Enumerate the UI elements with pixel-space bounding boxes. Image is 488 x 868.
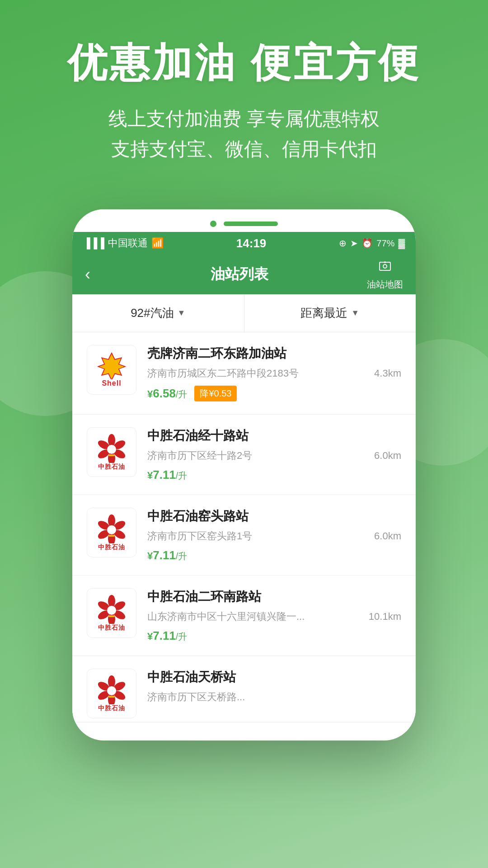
svg-rect-20	[108, 535, 115, 537]
station-address-row: 山东济南市中区十六里河镇兴隆一... 10.1km	[147, 610, 401, 623]
battery-icon: ▓	[398, 238, 405, 249]
map-button[interactable]: 油站地图	[367, 259, 403, 291]
station-logo-zhongsheng: 中胜石油	[87, 669, 136, 718]
svg-point-29	[108, 675, 115, 688]
station-name: 中胜石油二环南路站	[147, 588, 401, 605]
zhongsheng-brand-text: 中胜石油	[98, 624, 125, 632]
sort-filter[interactable]: 距离最近 ▼	[244, 294, 416, 332]
station-address-row: 济南市历下区经十路2号 6.0km	[147, 449, 401, 462]
hero-subtitle-line1: 线上支付加油费 享专属优惠特权	[27, 104, 461, 134]
carrier-name: 中国联通	[108, 236, 148, 250]
status-right: ⊕ ➤ ⏰ 77% ▓	[339, 238, 405, 249]
station-price-row: ¥7.11/升	[147, 468, 401, 482]
hero-subtitle: 线上支付加油费 享专属优惠特权 支持支付宝、微信、信用卡代扣	[27, 104, 461, 164]
battery-percent: 77%	[376, 238, 394, 249]
station-price-row: ¥7.11/升	[147, 548, 401, 562]
station-logo-zhongsheng: 中胜石油	[87, 508, 136, 557]
fuel-type-arrow: ▼	[178, 308, 186, 318]
back-button[interactable]: ‹	[85, 265, 112, 284]
fuel-type-label: 92#汽油	[131, 305, 174, 321]
hero-title: 优惠加油 便宜方便	[27, 36, 461, 90]
station-distance: 4.3km	[374, 368, 401, 379]
station-address: 济南市历下区天桥路...	[147, 690, 397, 704]
station-address: 山东济南市中区十六里河镇兴隆一...	[147, 610, 364, 623]
station-info: 中胜石油窑头路站 济南市历下区窑头路1号 6.0km ¥7.11/升	[147, 508, 401, 562]
nav-title: 油站列表	[211, 264, 268, 284]
svg-point-19	[107, 525, 116, 534]
station-item[interactable]: 中胜石油 中胜石油二环南路站 山东济南市中区十六里河镇兴隆一... 10.1km…	[72, 576, 416, 656]
discount-badge: 降¥0.53	[194, 386, 237, 401]
svg-point-35	[107, 686, 116, 695]
phone-speaker	[224, 222, 278, 226]
station-item[interactable]: 中胜石油 中胜石油天桥站 济南市历下区天桥路...	[72, 656, 416, 722]
hero-subtitle-line2: 支持支付宝、微信、信用卡代扣	[27, 134, 461, 164]
phone-mockup-wrapper: ▐▐▐ 中国联通 📶 14:19 ⊕ ➤ ⏰ 77% ▓ ‹ 油站列表	[0, 209, 488, 741]
station-info: 壳牌济南二环东路加油站 济南市历城区东二环路中段2183号 4.3km ¥6.5…	[147, 345, 401, 401]
station-info: 中胜石油天桥站 济南市历下区天桥路...	[147, 669, 401, 709]
svg-rect-28	[108, 615, 115, 617]
zhongsheng-brand-text: 中胜石油	[98, 463, 125, 471]
station-info: 中胜石油二环南路站 山东济南市中区十六里河镇兴隆一... 10.1km ¥7.1…	[147, 588, 401, 643]
shell-brand-text: Shell	[102, 379, 121, 387]
station-item[interactable]: 中胜石油 中胜石油窑头路站 济南市历下区窑头路1号 6.0km ¥7.11/升	[72, 495, 416, 576]
location-icon: ⊕	[339, 238, 347, 249]
svg-rect-36	[108, 696, 115, 698]
station-price-row: ¥7.11/升	[147, 629, 401, 643]
station-address-row: 济南市历下区天桥路...	[147, 690, 401, 704]
station-logo-shell: Shell	[87, 345, 136, 395]
station-price: ¥7.11/升	[147, 468, 187, 482]
station-price: ¥6.58/升	[147, 387, 187, 401]
svg-point-11	[107, 445, 116, 454]
signal-bars: ▐▐▐	[83, 237, 104, 249]
station-address-row: 济南市历城区东二环路中段2183号 4.3km	[147, 367, 401, 380]
status-time: 14:19	[236, 236, 267, 250]
station-logo-zhongsheng: 中胜石油	[87, 588, 136, 638]
station-name: 壳牌济南二环东路加油站	[147, 345, 401, 362]
nav-bar: ‹ 油站列表 油站地图	[72, 255, 416, 294]
phone-camera	[210, 221, 216, 227]
station-logo-zhongsheng: 中胜石油	[87, 427, 136, 477]
phone-mockup: ▐▐▐ 中国联通 📶 14:19 ⊕ ➤ ⏰ 77% ▓ ‹ 油站列表	[72, 209, 416, 741]
station-price: ¥7.11/升	[147, 629, 187, 643]
station-item[interactable]: 中胜石油 中胜石油经十路站 济南市历下区经十路2号 6.0km ¥7.11/升	[72, 415, 416, 495]
fuel-type-filter[interactable]: 92#汽油 ▼	[72, 294, 244, 332]
station-item[interactable]: Shell 壳牌济南二环东路加油站 济南市历城区东二环路中段2183号 4.3k…	[72, 332, 416, 415]
station-address: 济南市历城区东二环路中段2183号	[147, 367, 370, 380]
alarm-icon: ⏰	[361, 238, 373, 249]
sort-label: 距离最近	[300, 305, 347, 321]
station-name: 中胜石油经十路站	[147, 427, 401, 444]
station-price: ¥7.11/升	[147, 548, 187, 562]
phone-notch	[72, 209, 416, 232]
svg-point-27	[107, 606, 116, 615]
sort-arrow: ▼	[351, 308, 359, 318]
station-distance: 10.1km	[369, 611, 401, 623]
station-name: 中胜石油天桥站	[147, 669, 401, 686]
filter-bar: 92#汽油 ▼ 距离最近 ▼	[72, 294, 416, 332]
svg-point-21	[108, 595, 115, 608]
status-bar: ▐▐▐ 中国联通 📶 14:19 ⊕ ➤ ⏰ 77% ▓	[72, 232, 416, 255]
svg-point-5	[108, 434, 115, 447]
wifi-icon: 📶	[151, 237, 164, 249]
status-left: ▐▐▐ 中国联通 📶	[83, 236, 164, 250]
station-address-row: 济南市历下区窑头路1号 6.0km	[147, 529, 401, 543]
station-distance: 6.0km	[374, 530, 401, 542]
station-list: Shell 壳牌济南二环东路加油站 济南市历城区东二环路中段2183号 4.3k…	[72, 332, 416, 722]
station-price-row: ¥6.58/升 降¥0.53	[147, 386, 401, 401]
zhongsheng-brand-text: 中胜石油	[98, 704, 125, 712]
station-address: 济南市历下区经十路2号	[147, 449, 370, 462]
zhongsheng-brand-text: 中胜石油	[98, 543, 125, 552]
svg-rect-12	[108, 454, 115, 456]
map-icon	[378, 259, 392, 277]
svg-point-1	[383, 264, 387, 268]
navigate-icon: ➤	[350, 238, 358, 249]
hero-section: 优惠加油 便宜方便 线上支付加油费 享专属优惠特权 支持支付宝、微信、信用卡代扣	[0, 0, 488, 182]
station-name: 中胜石油窑头路站	[147, 508, 401, 525]
station-distance: 6.0km	[374, 450, 401, 462]
map-label: 油站地图	[367, 278, 403, 291]
station-info: 中胜石油经十路站 济南市历下区经十路2号 6.0km ¥7.11/升	[147, 427, 401, 482]
station-address: 济南市历下区窑头路1号	[147, 529, 370, 543]
svg-rect-0	[380, 262, 390, 270]
svg-point-13	[108, 514, 115, 527]
